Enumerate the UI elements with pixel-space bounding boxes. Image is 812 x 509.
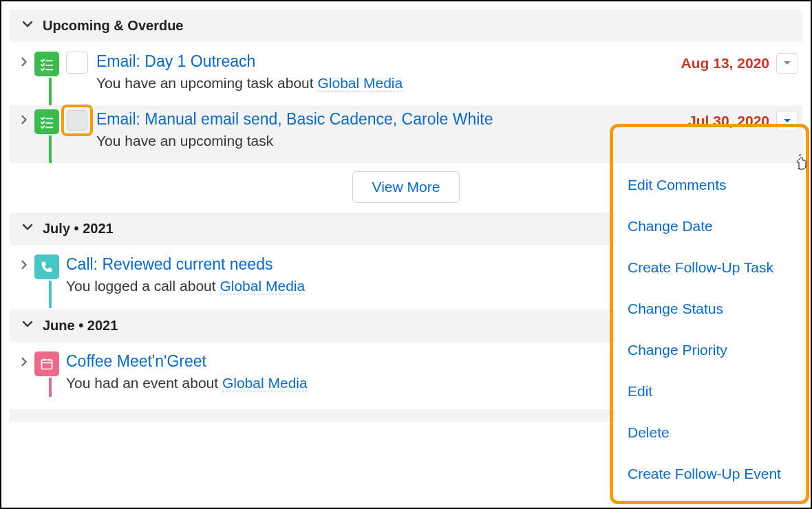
expand-chevron[interactable] bbox=[14, 109, 34, 124]
svg-rect-0 bbox=[42, 360, 52, 369]
menu-create-followup-task[interactable]: Create Follow-Up Task bbox=[615, 247, 803, 288]
event-icon bbox=[34, 351, 59, 376]
related-record-link[interactable]: Global Media bbox=[317, 75, 403, 91]
related-record-link[interactable]: Global Media bbox=[220, 278, 305, 294]
due-date: Aug 13, 2020 bbox=[681, 55, 769, 72]
task-type-icon bbox=[34, 52, 59, 76]
view-more-button[interactable]: View More bbox=[352, 171, 460, 203]
chevron-down-icon bbox=[22, 19, 33, 33]
task-checkbox[interactable] bbox=[67, 110, 87, 131]
task-desc-text: You have an upcoming task bbox=[96, 133, 273, 149]
due-date: Jul 30, 2020 bbox=[688, 113, 769, 129]
section-title: July • 2021 bbox=[43, 221, 114, 237]
task-row: Email: Day 1 Outreach You have an upcomi… bbox=[10, 47, 802, 105]
row-actions-button[interactable] bbox=[776, 53, 798, 74]
related-record-link[interactable]: Global Media bbox=[222, 375, 308, 391]
timeline-connector bbox=[49, 78, 52, 105]
menu-change-priority[interactable]: Change Priority bbox=[615, 329, 803, 371]
cursor-pointer-icon bbox=[794, 154, 808, 174]
menu-edit-comments[interactable]: Edit Comments bbox=[615, 164, 803, 206]
expand-chevron[interactable] bbox=[14, 351, 34, 367]
section-title: June • 2021 bbox=[43, 318, 118, 334]
chevron-down-icon bbox=[22, 318, 33, 333]
task-title-link[interactable]: Email: Manual email send, Basic Cadence,… bbox=[96, 109, 647, 130]
chevron-down-icon bbox=[22, 221, 33, 236]
task-type-icon bbox=[34, 109, 59, 134]
row-actions-menu: Edit Comments Change Date Create Follow-… bbox=[615, 164, 803, 495]
menu-change-status[interactable]: Change Status bbox=[615, 288, 803, 329]
call-icon bbox=[34, 254, 59, 279]
task-desc-text: You had an event about bbox=[66, 375, 222, 391]
section-header-upcoming[interactable]: Upcoming & Overdue bbox=[10, 10, 802, 42]
expand-chevron[interactable] bbox=[14, 254, 34, 270]
task-title-link[interactable]: Email: Day 1 Outreach bbox=[96, 52, 647, 72]
menu-delete[interactable]: Delete bbox=[615, 412, 803, 453]
timeline-connector bbox=[49, 281, 52, 308]
task-description: You have an upcoming task bbox=[96, 133, 647, 149]
expand-chevron[interactable] bbox=[14, 52, 34, 67]
task-checkbox-highlight bbox=[61, 105, 93, 136]
menu-edit[interactable]: Edit bbox=[615, 371, 803, 412]
task-checkbox[interactable] bbox=[66, 52, 88, 74]
menu-change-date[interactable]: Change Date bbox=[615, 206, 803, 247]
task-row: Email: Manual email send, Basic Cadence,… bbox=[10, 105, 802, 163]
section-title: Upcoming & Overdue bbox=[43, 18, 183, 34]
timeline-connector bbox=[49, 136, 52, 163]
task-desc-text: You logged a call about bbox=[66, 278, 220, 294]
row-actions-button[interactable] bbox=[776, 111, 798, 131]
task-desc-text: You have an upcoming task about bbox=[96, 75, 317, 91]
menu-create-followup-event[interactable]: Create Follow-Up Event bbox=[615, 453, 803, 495]
task-description: You have an upcoming task about Global M… bbox=[96, 75, 647, 91]
timeline-connector bbox=[49, 378, 52, 397]
